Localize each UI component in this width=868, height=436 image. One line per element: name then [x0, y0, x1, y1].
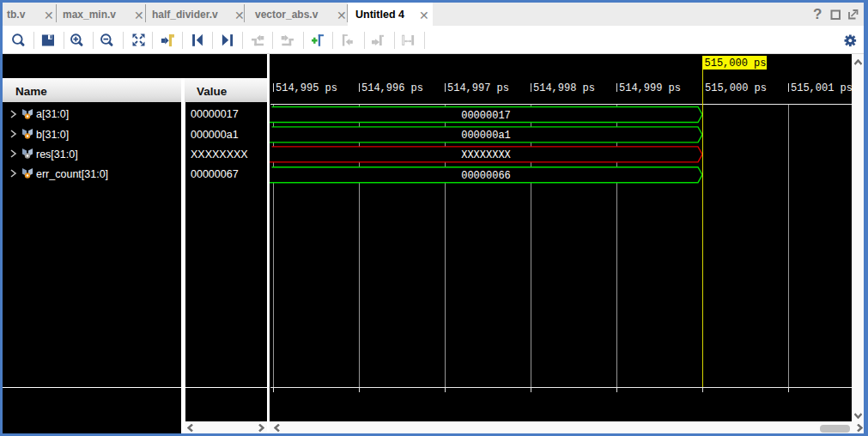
- svg-text:514,996 ps: 514,996 ps: [361, 82, 423, 94]
- svg-text:515,001 ps: 515,001 ps: [791, 82, 852, 94]
- svg-text:XXXXXXXX: XXXXXXXX: [461, 149, 511, 161]
- svg-text:514,999 ps: 514,999 ps: [619, 82, 681, 94]
- svg-text:514,997 ps: 514,997 ps: [447, 82, 509, 94]
- svg-text:514,998 ps: 514,998 ps: [533, 82, 595, 94]
- svg-text:515,000 ps: 515,000 ps: [705, 58, 767, 70]
- svg-text:000000a1: 000000a1: [461, 130, 511, 142]
- svg-text:00000017: 00000017: [461, 110, 511, 122]
- svg-text:00000066: 00000066: [461, 170, 511, 182]
- svg-text:515,000 ps: 515,000 ps: [705, 82, 767, 94]
- svg-text:514,995 ps: 514,995 ps: [276, 82, 337, 94]
